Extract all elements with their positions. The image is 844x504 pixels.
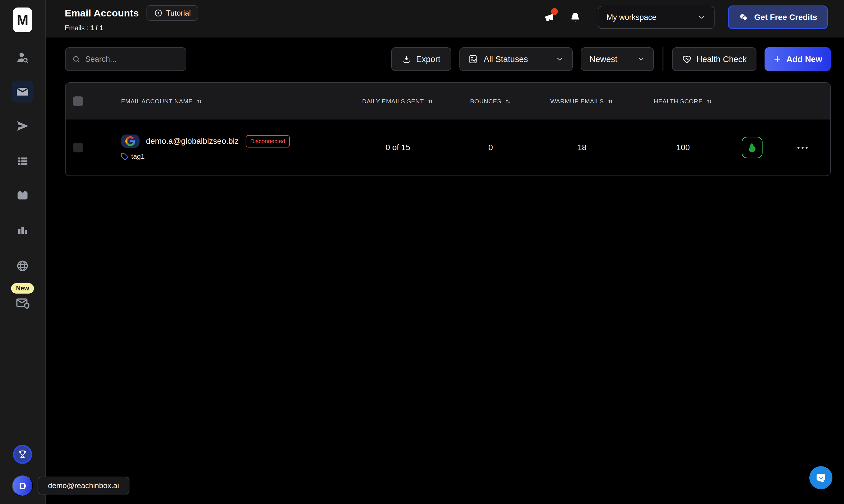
coins-icon <box>739 12 749 22</box>
workspace-selector-value: My workspace <box>606 13 656 22</box>
envelope-shield-icon <box>15 295 30 311</box>
workspace-selector[interactable]: My workspace <box>598 6 714 29</box>
sort-filter-dropdown[interactable]: Newest <box>581 47 654 71</box>
row-menu-button[interactable] <box>795 144 810 151</box>
warmup-status-badge[interactable] <box>742 137 762 158</box>
user-email-tooltip: demo@reachinbox.ai <box>38 476 130 494</box>
column-header-warmup-emails[interactable]: WARMUP EMAILS <box>527 83 637 120</box>
account-email: demo.a@globalbizseo.biz <box>146 137 239 146</box>
google-icon <box>125 136 135 146</box>
toolbar: Export All Statuses Newest Health Check <box>65 47 831 71</box>
table-row: demo.a@globalbizseo.biz Disconnected tag… <box>66 120 830 176</box>
flame-icon <box>746 142 758 153</box>
column-header-bounces[interactable]: BOUNCES <box>454 83 527 120</box>
person-search-icon <box>16 51 30 65</box>
get-free-credits-button[interactable]: Get Free Credits <box>728 5 828 29</box>
column-header-email-account-name[interactable]: EMAIL ACCOUNT NAME <box>90 83 342 120</box>
tag-chip: tag1 <box>120 152 342 161</box>
bar-chart-icon <box>16 224 29 237</box>
brand-logo[interactable]: M <box>13 7 32 32</box>
emails-count: Emails : 1 / 1 <box>65 24 198 32</box>
sort-arrows-icon <box>706 98 712 105</box>
table-list-icon <box>16 155 29 168</box>
search-input[interactable] <box>85 55 179 64</box>
warmup-emails-value: 18 <box>527 143 637 152</box>
chevron-down-icon <box>697 13 706 22</box>
search-icon <box>72 55 81 64</box>
table-header-row: EMAIL ACCOUNT NAME DAILY EMAILS SENT BOU… <box>66 83 830 120</box>
page-title: Email Accounts <box>65 7 139 19</box>
trophy-icon <box>17 449 28 460</box>
sidebar-item-lead-finder[interactable] <box>12 47 34 69</box>
toolbar-divider <box>662 47 664 71</box>
app-root: M <box>0 0 844 504</box>
inbox-tray-icon <box>16 189 29 202</box>
chevron-down-icon <box>555 55 564 64</box>
sidebar-item-website[interactable] <box>12 255 34 277</box>
health-score-value: 100 <box>637 143 729 152</box>
select-all-checkbox[interactable] <box>73 96 83 106</box>
sort-arrows-icon <box>427 98 434 105</box>
status-filter-dropdown[interactable]: All Statuses <box>460 47 573 71</box>
health-check-label: Health Check <box>696 55 747 64</box>
bounces-value: 0 <box>454 143 527 152</box>
paper-plane-icon <box>16 119 30 133</box>
google-provider-tile <box>121 134 140 148</box>
rewards-button[interactable] <box>13 445 32 464</box>
chat-widget-button[interactable] <box>809 466 832 489</box>
sort-arrows-icon <box>505 98 511 105</box>
sidebar-item-campaigns[interactable] <box>12 115 34 137</box>
plus-icon <box>773 55 781 64</box>
sidebar-item-email-verification[interactable] <box>12 292 34 314</box>
column-header-daily-emails-sent[interactable]: DAILY EMAILS SENT <box>342 83 454 120</box>
account-name-cell: demo.a@globalbizseo.biz Disconnected tag… <box>90 120 342 176</box>
export-label: Export <box>416 55 440 64</box>
accounts-table: EMAIL ACCOUNT NAME DAILY EMAILS SENT BOU… <box>65 82 831 176</box>
daily-emails-sent-value: 0 of 15 <box>342 143 454 152</box>
sort-arrows-icon <box>607 98 614 105</box>
notifications-button[interactable] <box>569 12 581 23</box>
announcements-button[interactable] <box>543 11 556 24</box>
tutorial-button[interactable]: Tutorial <box>147 5 199 21</box>
sort-arrows-icon <box>196 98 203 105</box>
topbar: Email Accounts Tutorial Emails : 1 / 1 <box>46 0 844 37</box>
checklist-icon <box>468 54 478 64</box>
envelope-icon <box>16 85 30 98</box>
tag-label: tag1 <box>131 152 145 161</box>
download-icon <box>402 55 411 64</box>
health-check-button[interactable]: Health Check <box>672 47 756 71</box>
globe-icon <box>16 259 29 272</box>
row-checkbox[interactable] <box>73 143 83 152</box>
heart-pulse-icon <box>682 54 692 64</box>
sidebar-item-inbox[interactable] <box>12 185 34 207</box>
sidebar-item-lists[interactable] <box>12 150 34 172</box>
title-block: Email Accounts Tutorial Emails : 1 / 1 <box>65 5 198 32</box>
tutorial-label: Tutorial <box>166 8 191 18</box>
column-header-health-score[interactable]: HEALTH SCORE <box>637 83 729 120</box>
emails-count-value: 1 / 1 <box>90 24 103 32</box>
status-badge: Disconnected <box>246 135 290 147</box>
get-free-credits-label: Get Free Credits <box>754 13 817 22</box>
notification-dot <box>551 8 558 15</box>
sidebar-item-email-accounts[interactable] <box>12 80 34 103</box>
tag-icon <box>120 153 128 161</box>
user-avatar[interactable]: D <box>12 475 33 496</box>
add-new-label: Add New <box>786 55 822 64</box>
topbar-actions: My workspace Get Free Credits <box>543 5 828 30</box>
sidebar: M <box>0 0 46 504</box>
search-box[interactable] <box>65 47 186 71</box>
brand-logo-letter: M <box>17 12 28 28</box>
chevron-down-icon <box>637 55 645 63</box>
new-badge: New <box>11 283 34 293</box>
user-avatar-letter: D <box>19 480 26 491</box>
export-button[interactable]: Export <box>391 47 451 71</box>
chat-bubble-icon <box>814 471 827 484</box>
status-filter-value: All Statuses <box>484 55 528 64</box>
sort-filter-value: Newest <box>589 55 618 64</box>
play-circle-icon <box>154 8 163 17</box>
bell-icon <box>569 12 581 23</box>
add-new-button[interactable]: Add New <box>764 47 831 71</box>
sidebar-item-analytics[interactable] <box>12 219 34 241</box>
